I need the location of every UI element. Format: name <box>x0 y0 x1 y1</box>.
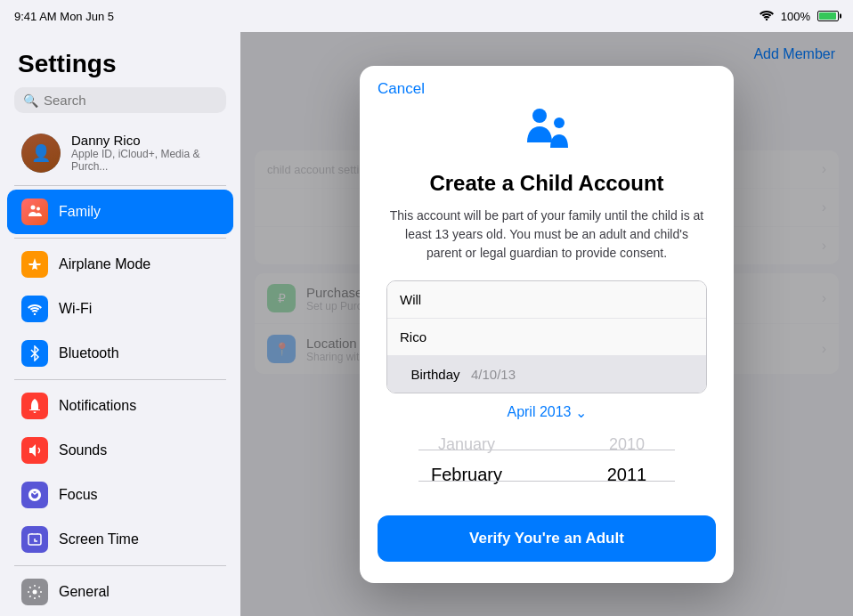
month-year-selector[interactable]: April 2013 ⌄ <box>386 404 707 421</box>
time-display: 9:41 AM Mon Jun 5 <box>14 10 114 23</box>
name-form-group: Birthday 4/10/13 <box>386 280 707 393</box>
month-year-label: April 2013 <box>507 404 571 420</box>
sidebar-item-wifi[interactable]: Wi-Fi <box>7 287 233 331</box>
content-area: Add Member 👤 👤 child account settings an… <box>240 32 853 616</box>
search-icon: 🔍 <box>23 93 38 108</box>
svg-point-3 <box>34 313 36 315</box>
sidebar: Settings 🔍 👤 Danny Rico Apple ID, iCloud… <box>0 32 240 616</box>
wifi-icon <box>760 10 774 23</box>
sounds-label: Sounds <box>59 442 107 458</box>
sidebar-item-family[interactable]: Family <box>7 190 233 234</box>
status-time: 9:41 AM Mon Jun 5 <box>14 10 114 23</box>
modal-cancel-row: Cancel <box>360 66 734 98</box>
screen-time-icon <box>21 526 48 553</box>
user-subtitle: Apple ID, iCloud+, Media & Purch... <box>71 148 219 173</box>
status-bar: 9:41 AM Mon Jun 5 100% <box>0 0 853 32</box>
sidebar-item-sounds[interactable]: Sounds <box>7 428 233 473</box>
general-icon <box>21 579 48 605</box>
svg-point-0 <box>766 18 768 20</box>
family-label: Family <box>59 204 101 220</box>
sidebar-item-general[interactable]: General <box>7 570 233 614</box>
modal-overlay: Cancel Create a Child <box>240 32 853 616</box>
modal-description: This account will be part of your family… <box>386 207 707 263</box>
battery-indicator: 100% <box>781 10 810 23</box>
last-name-field <box>387 319 706 356</box>
airplane-icon <box>21 251 48 278</box>
wifi-label: Wi-Fi <box>59 301 92 317</box>
month-picker-column[interactable]: January February <box>386 430 547 501</box>
avatar-image: 👤 <box>21 134 61 173</box>
search-bar[interactable]: 🔍 <box>14 87 226 113</box>
focus-icon <box>21 482 48 508</box>
battery-icon <box>817 11 839 21</box>
status-indicators: 100% <box>760 10 839 23</box>
birthday-field[interactable]: Birthday 4/10/13 <box>387 356 706 393</box>
verify-adult-button[interactable]: Verify You're an Adult <box>378 515 716 562</box>
screen-time-label: Screen Time <box>59 531 139 547</box>
general-label: General <box>59 584 110 600</box>
sidebar-item-airplane-mode[interactable]: Airplane Mode <box>7 242 233 287</box>
date-picker-section: April 2013 ⌄ January February 2010 <box>386 404 707 501</box>
divider-4 <box>14 565 226 566</box>
month-item-jan: January <box>438 430 495 459</box>
svg-point-11 <box>554 118 565 128</box>
sidebar-item-notifications[interactable]: Notifications <box>7 384 233 428</box>
bluetooth-label: Bluetooth <box>59 345 119 361</box>
year-picker-column[interactable]: 2010 2011 <box>547 430 707 501</box>
notifications-icon <box>21 393 48 419</box>
divider-1 <box>14 185 226 186</box>
year-item-2010: 2010 <box>609 430 645 459</box>
modal-body: Create a Child Account This account will… <box>360 98 734 501</box>
chevron-down-icon: ⌄ <box>575 404 587 421</box>
last-name-input[interactable] <box>400 329 694 344</box>
first-name-input[interactable] <box>400 292 694 307</box>
svg-point-1 <box>31 206 36 210</box>
svg-point-2 <box>37 207 40 211</box>
cancel-button[interactable]: Cancel <box>378 80 425 98</box>
divider-2 <box>14 238 226 239</box>
modal-title: Create a Child Account <box>386 171 707 196</box>
year-item-2011: 2011 <box>607 459 647 490</box>
sidebar-title: Settings <box>0 32 240 87</box>
first-name-field <box>387 281 706 319</box>
birthday-label: Birthday <box>400 367 471 382</box>
sidebar-item-focus[interactable]: Focus <box>7 473 233 517</box>
svg-point-5 <box>33 590 37 595</box>
main-layout: Settings 🔍 👤 Danny Rico Apple ID, iCloud… <box>0 32 853 616</box>
airplane-mode-label: Airplane Mode <box>59 256 150 272</box>
sidebar-item-screen-time[interactable]: Screen Time <box>7 517 233 562</box>
user-name: Danny Rico <box>71 133 219 148</box>
month-item-feb: February <box>431 459 502 490</box>
focus-label: Focus <box>59 487 98 503</box>
user-info: Danny Rico Apple ID, iCloud+, Media & Pu… <box>71 133 219 173</box>
create-child-account-modal: Cancel Create a Child <box>360 66 734 583</box>
bluetooth-icon <box>21 340 48 367</box>
avatar: 👤 <box>21 134 61 173</box>
birthday-value: 4/10/13 <box>471 367 516 382</box>
search-input[interactable] <box>44 93 217 108</box>
sounds-icon <box>21 437 48 464</box>
svg-point-10 <box>532 109 547 123</box>
modal-family-icon <box>386 105 707 160</box>
date-scroll-picker[interactable]: January February 2010 2011 <box>386 430 707 501</box>
wifi-icon-sidebar <box>21 296 48 322</box>
divider-3 <box>14 379 226 380</box>
family-icon <box>21 199 48 225</box>
notifications-label: Notifications <box>59 398 136 414</box>
user-account-row[interactable]: 👤 Danny Rico Apple ID, iCloud+, Media & … <box>7 124 233 182</box>
sidebar-item-bluetooth[interactable]: Bluetooth <box>7 331 233 376</box>
